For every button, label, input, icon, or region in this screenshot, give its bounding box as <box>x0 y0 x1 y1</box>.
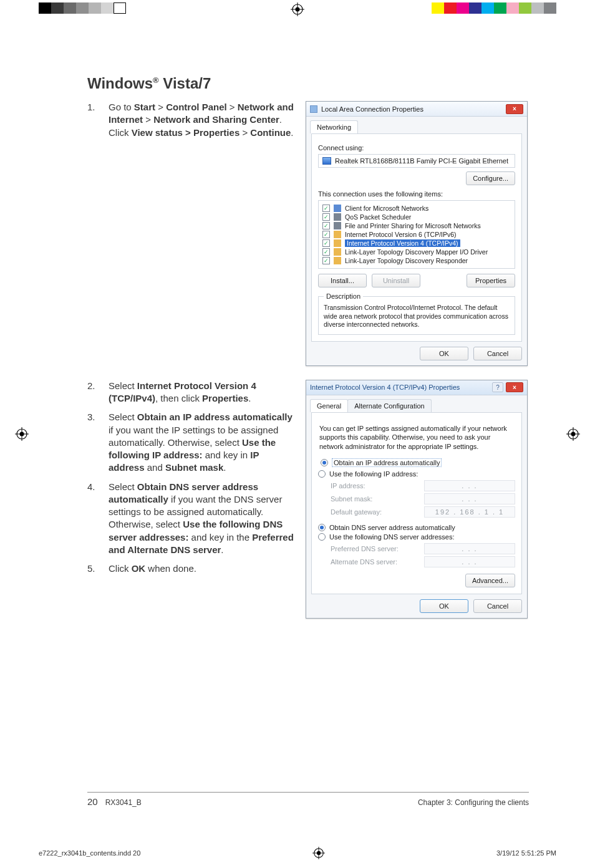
list-item[interactable]: ✓Client for Microsoft Networks <box>322 204 511 213</box>
screenshot-ipv4-properties: Internet Protocol Version 4 (TCP/IPv4) P… <box>306 380 528 619</box>
ok-button[interactable]: OK <box>420 347 468 360</box>
chapter-label: Chapter 3: Configuring the clients <box>418 798 529 807</box>
registration-mark-left <box>15 427 29 441</box>
connect-using-label: Connect using: <box>318 144 515 152</box>
dialog-titlebar: Internet Protocol Version 4 (TCP/IPv4) P… <box>306 380 527 395</box>
radio-use-ip[interactable]: Use the following IP address: <box>318 470 515 478</box>
advanced-button[interactable]: Advanced... <box>465 574 515 587</box>
list-item[interactable]: ✓QoS Packet Scheduler <box>322 213 511 221</box>
section-heading: Windows® Vista/7 <box>87 75 529 92</box>
print-registration-bar <box>0 0 595 16</box>
help-icon[interactable]: ? <box>492 382 503 392</box>
dialog-title: Local Area Connection Properties <box>321 105 423 113</box>
configure-button[interactable]: Configure... <box>466 171 515 185</box>
list-item[interactable]: ✓Internet Protocol Version 6 (TCP/IPv6) <box>322 230 511 239</box>
uses-items-label: This connection uses the following items… <box>318 190 515 198</box>
cancel-button[interactable]: Cancel <box>473 599 522 613</box>
page-number: 20 <box>87 796 98 807</box>
page-footer: 20 RX3041_B Chapter 3: Configuring the c… <box>87 792 529 807</box>
window-icon <box>310 105 317 113</box>
properties-button[interactable]: Properties <box>467 274 515 287</box>
instruction-list: Go to Start > Control Panel > Network an… <box>87 101 294 139</box>
step-5: Click OK when done. <box>87 562 294 575</box>
list-item-selected[interactable]: ✓Internet Protocol Version 4 (TCP/IPv4) <box>322 239 511 248</box>
subnet-label: Subnet mask: <box>331 495 424 503</box>
color-swatches <box>432 2 556 14</box>
radio-auto-dns[interactable]: Obtain DNS server address automatically <box>318 524 515 531</box>
imposition-footer: e7222_rx3041b_contents.indd 20 3/19/12 5… <box>39 847 556 859</box>
dialog-titlebar: Local Area Connection Properties × <box>306 102 527 117</box>
alt-dns-label: Alternate DNS server: <box>331 558 424 566</box>
close-icon[interactable]: × <box>506 104 523 114</box>
install-button[interactable]: Install... <box>318 274 367 287</box>
registration-mark-top <box>291 2 304 16</box>
description-group: Description Transmission Control Protoco… <box>318 292 515 335</box>
dialog-title: Internet Protocol Version 4 (TCP/IPv4) P… <box>310 383 460 391</box>
ipv4-intro-text: You can get IP settings assigned automat… <box>319 424 514 451</box>
pref-dns-label: Preferred DNS server: <box>331 545 424 552</box>
pref-dns-field: . . . <box>424 543 515 554</box>
registration-mark-bottom <box>312 847 325 859</box>
imposition-file: e7222_rx3041b_contents.indd 20 <box>39 849 140 857</box>
grayscale-swatches <box>39 2 126 14</box>
screenshot-lan-properties: Local Area Connection Properties × Netwo… <box>306 101 528 366</box>
gateway-field: 192 . 168 . 1 . 1 <box>424 506 515 518</box>
gateway-label: Default gateway: <box>331 508 424 516</box>
step-3: Select Obtain an IP address automaticall… <box>87 411 294 474</box>
uninstall-button[interactable]: Uninstall <box>372 274 420 287</box>
connection-items-list: ✓Client for Microsoft Networks ✓QoS Pack… <box>318 200 515 269</box>
nic-name: Realtek RTL8168B/8111B Family PCI-E Giga… <box>335 157 508 165</box>
instruction-list-2: Select Internet Protocol Version 4 (TCP/… <box>87 380 294 576</box>
tab-general[interactable]: General <box>310 399 348 412</box>
nic-field: Realtek RTL8168B/8111B Family PCI-E Giga… <box>318 154 515 168</box>
subnet-field: . . . <box>424 493 515 504</box>
nic-icon <box>322 157 331 165</box>
registration-mark-right <box>566 427 580 441</box>
list-item[interactable]: ✓Link-Layer Topology Discovery Responder <box>322 256 511 265</box>
list-item[interactable]: ✓File and Printer Sharing for Microsoft … <box>322 221 511 230</box>
list-item[interactable]: ✓Link-Layer Topology Discovery Mapper I/… <box>322 248 511 256</box>
cancel-button[interactable]: Cancel <box>473 347 522 360</box>
imposition-timestamp: 3/19/12 5:51:25 PM <box>496 849 556 857</box>
alt-dns-field: . . . <box>424 556 515 567</box>
step-4: Select Obtain DNS server address automat… <box>87 481 294 557</box>
step-1: Go to Start > Control Panel > Network an… <box>87 101 294 139</box>
close-icon[interactable]: × <box>506 382 523 392</box>
doc-code: RX3041_B <box>105 798 142 807</box>
step-2: Select Internet Protocol Version 4 (TCP/… <box>87 380 294 405</box>
ip-address-field: . . . <box>424 480 515 491</box>
ok-button[interactable]: OK <box>420 599 468 613</box>
description-legend: Description <box>324 292 363 300</box>
tab-alternate[interactable]: Alternate Configuration <box>347 399 432 412</box>
tab-networking[interactable]: Networking <box>310 120 358 133</box>
description-text: Transmission Control Protocol/Internet P… <box>324 304 510 329</box>
radio-use-dns[interactable]: Use the following DNS server addresses: <box>318 533 515 541</box>
ip-address-label: IP address: <box>331 482 424 489</box>
radio-auto-ip[interactable]: Obtain an IP address automatically <box>318 457 515 468</box>
